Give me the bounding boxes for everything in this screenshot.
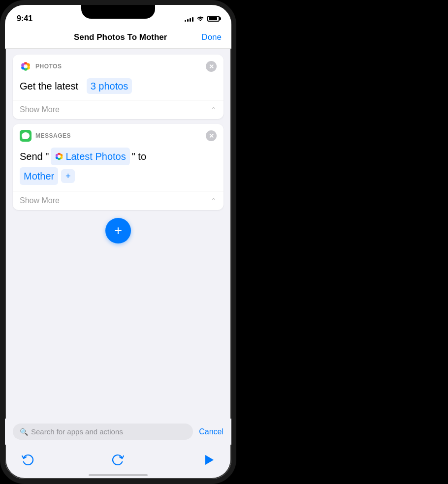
- add-action-button[interactable]: +: [105, 218, 131, 243]
- play-button[interactable]: [200, 453, 218, 470]
- photos-action-card: PHOTOS ✕ Get the latest 3 photos Show Mo…: [13, 55, 224, 119]
- redo-button[interactable]: [109, 453, 127, 470]
- messages-show-more[interactable]: Show More: [20, 196, 60, 205]
- content-area: PHOTOS ✕ Get the latest 3 photos Show Mo…: [5, 49, 231, 257]
- messages-app-label: MESSAGES: [35, 132, 202, 139]
- search-field[interactable]: 🔍 Search for apps and actions: [13, 424, 193, 440]
- photos-show-more[interactable]: Show More: [20, 105, 60, 114]
- messages-card-body: Send " Latest Photos: [13, 146, 224, 191]
- photos-count-pill[interactable]: 3 photos: [87, 78, 132, 94]
- photos-close-button[interactable]: ✕: [206, 61, 217, 72]
- messages-line1: Send " Latest Photos: [20, 148, 217, 165]
- search-icon: 🔍: [20, 428, 28, 436]
- messages-app-icon: [20, 130, 32, 142]
- home-indicator: [89, 474, 148, 476]
- undo-icon: [21, 453, 34, 470]
- photos-body-prefix: Get the latest: [20, 81, 78, 91]
- bottom-toolbar: [5, 453, 231, 470]
- done-button[interactable]: Done: [201, 32, 222, 42]
- notch: [81, 5, 155, 19]
- play-icon: [202, 453, 216, 470]
- bottom-search-bar: 🔍 Search for apps and actions Cancel: [5, 419, 231, 445]
- status-time: 9:41: [17, 14, 32, 23]
- battery-icon: [207, 16, 220, 22]
- messages-action-card: MESSAGES ✕ Send ": [13, 124, 224, 210]
- messages-line2: Mother +: [20, 167, 217, 185]
- latest-photos-pill[interactable]: Latest Photos: [51, 148, 129, 165]
- search-placeholder: Search for apps and actions: [31, 427, 123, 436]
- redo-icon: [111, 453, 125, 470]
- svg-point-6: [24, 64, 28, 68]
- messages-chevron-icon: ⌃: [211, 197, 217, 205]
- add-recipient-button[interactable]: +: [61, 169, 75, 183]
- nav-bar: Send Photos To Mother Done: [5, 29, 231, 49]
- messages-card-footer[interactable]: Show More ⌃: [13, 191, 224, 210]
- wifi-icon: [196, 15, 204, 23]
- mother-pill[interactable]: Mother: [20, 167, 58, 185]
- messages-close-button[interactable]: ✕: [206, 130, 217, 141]
- messages-card-header: MESSAGES ✕: [13, 124, 224, 146]
- body-suffix: " to: [132, 149, 146, 164]
- photos-app-icon: [20, 60, 32, 72]
- cancel-button[interactable]: Cancel: [199, 427, 224, 436]
- photos-app-label: PHOTOS: [35, 63, 202, 70]
- photos-card-body: Get the latest 3 photos: [13, 76, 224, 100]
- signal-icon: [185, 16, 193, 22]
- latest-photos-label: Latest Photos: [65, 149, 126, 164]
- nav-title: Send Photos To Mother: [74, 32, 167, 42]
- undo-button[interactable]: [19, 453, 36, 470]
- photos-card-footer[interactable]: Show More ⌃: [13, 100, 224, 119]
- plus-icon: +: [114, 224, 122, 238]
- send-prefix: Send ": [20, 149, 49, 164]
- svg-marker-14: [205, 455, 214, 465]
- status-icons: [185, 15, 220, 23]
- photos-card-header: PHOTOS ✕: [13, 55, 224, 76]
- photos-chevron-icon: ⌃: [211, 106, 217, 114]
- svg-point-13: [58, 155, 61, 158]
